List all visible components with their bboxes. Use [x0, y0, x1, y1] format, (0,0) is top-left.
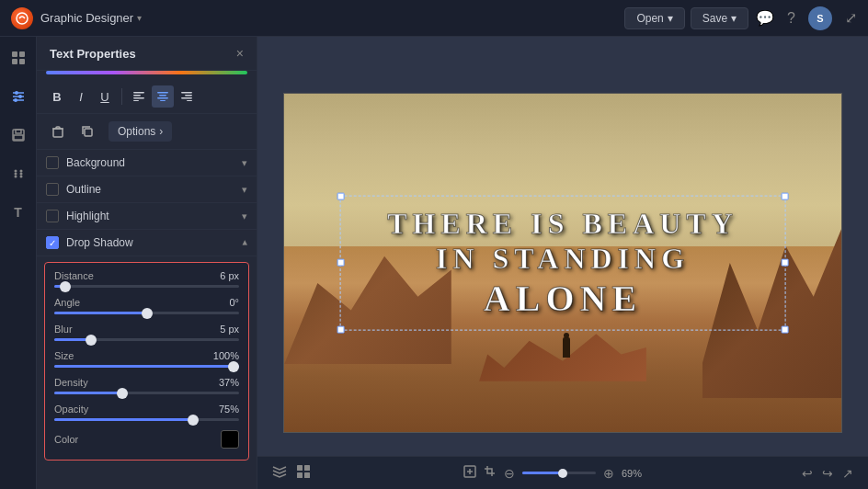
italic-button[interactable]: I: [70, 85, 92, 108]
opacity-slider-thumb[interactable]: [188, 415, 199, 426]
app-name-chevron[interactable]: ▾: [137, 13, 142, 23]
zoom-slider[interactable]: [522, 472, 596, 474]
size-value: 100%: [206, 350, 239, 361]
crop-icon[interactable]: [484, 465, 497, 481]
drop-shadow-checkbox[interactable]: ✓: [46, 236, 59, 249]
background-checkbox[interactable]: [46, 156, 59, 169]
duplicate-button[interactable]: [75, 119, 99, 143]
size-row: Size 100%: [54, 350, 239, 361]
canvas-image[interactable]: THERE IS BEAUTY IN STANDING ALONE: [283, 93, 842, 433]
highlight-checkbox[interactable]: [46, 210, 59, 222]
handle-middle-left[interactable]: [337, 259, 345, 267]
svg-rect-4: [19, 59, 25, 64]
undo-icon[interactable]: ↩: [802, 466, 813, 481]
grid-view-icon[interactable]: [296, 464, 311, 482]
align-right-button[interactable]: [176, 85, 198, 108]
zoom-slider-thumb[interactable]: [558, 469, 567, 478]
density-value: 37%: [206, 377, 239, 388]
options-chevron-icon: ›: [159, 125, 163, 138]
handle-middle-right[interactable]: [781, 259, 788, 267]
chat-icon[interactable]: 💬: [756, 9, 774, 27]
drop-shadow-label: Drop Shadow: [66, 236, 242, 249]
expand-icon[interactable]: ⤢: [845, 9, 857, 27]
svg-rect-29: [185, 95, 192, 97]
panel-title: Text Properties: [50, 47, 136, 61]
zoom-out-icon[interactable]: ⊖: [504, 466, 515, 481]
underline-button[interactable]: U: [94, 85, 116, 108]
panel-header: Text Properties ×: [37, 37, 257, 71]
distance-slider[interactable]: [54, 285, 239, 288]
svg-rect-27: [160, 100, 166, 101]
size-slider[interactable]: [54, 365, 239, 368]
color-label: Color: [54, 434, 78, 445]
svg-rect-25: [159, 95, 166, 97]
open-button[interactable]: Open ▾: [624, 7, 684, 29]
highlight-label: Highlight: [66, 210, 242, 222]
help-icon[interactable]: ?: [787, 10, 795, 27]
align-center-button[interactable]: [152, 85, 174, 108]
bottom-right-icons: ↩ ↪ ↗: [802, 466, 853, 481]
blur-slider-thumb[interactable]: [86, 335, 97, 346]
size-slider-thumb[interactable]: [228, 361, 239, 372]
options-button[interactable]: Options ›: [108, 121, 172, 142]
density-slider-fill: [54, 392, 122, 394]
drop-shadow-section-header[interactable]: ✓ Drop Shadow ▾: [37, 230, 257, 256]
opacity-slider[interactable]: [54, 418, 239, 421]
color-swatch[interactable]: [221, 430, 239, 449]
svg-rect-24: [157, 92, 168, 94]
zoom-in-icon[interactable]: ⊕: [603, 466, 614, 481]
density-slider-thumb[interactable]: [117, 388, 128, 399]
sidebar-item-save[interactable]: [5, 121, 32, 149]
svg-point-15: [19, 170, 22, 173]
handle-top-left[interactable]: [337, 193, 345, 200]
svg-rect-3: [12, 59, 17, 64]
handle-top-right[interactable]: [781, 193, 788, 200]
handle-bottom-right[interactable]: [781, 325, 788, 333]
highlight-section[interactable]: Highlight ▾: [37, 203, 257, 230]
canvas-text-line-3: ALONE: [360, 276, 767, 320]
sidebar-item-grid[interactable]: [5, 160, 32, 188]
density-label: Density: [54, 377, 88, 388]
action-toolbar: Options ›: [37, 114, 257, 150]
panel-close-button[interactable]: ×: [236, 46, 244, 61]
layers-icon[interactable]: [272, 464, 287, 482]
opacity-label: Opacity: [54, 404, 88, 415]
background-label: Background: [66, 156, 242, 169]
handle-bottom-left[interactable]: [337, 325, 345, 333]
svg-rect-21: [133, 95, 141, 97]
angle-slider[interactable]: [54, 312, 239, 314]
zoom-control: ⊖ ⊕ 69%: [463, 465, 649, 481]
angle-slider-thumb[interactable]: [142, 308, 153, 319]
blur-slider[interactable]: [54, 338, 239, 341]
fit-screen-icon[interactable]: [463, 465, 476, 481]
svg-rect-38: [304, 472, 310, 478]
svg-rect-26: [157, 97, 168, 99]
density-slider[interactable]: [54, 392, 239, 394]
background-section[interactable]: Background ▾: [37, 150, 257, 176]
svg-rect-22: [133, 97, 144, 99]
app-name: Graphic Designer: [40, 11, 133, 25]
bottom-left-icons: [272, 464, 311, 482]
align-left-button[interactable]: [128, 85, 150, 108]
save-button[interactable]: Save ▾: [691, 7, 748, 29]
save-chevron-icon: ▾: [731, 12, 737, 25]
delete-button[interactable]: [46, 119, 70, 143]
bold-button[interactable]: B: [46, 85, 68, 108]
svg-rect-12: [16, 130, 21, 133]
share-icon[interactable]: ↗: [842, 466, 853, 481]
redo-icon[interactable]: ↪: [822, 466, 833, 481]
outline-checkbox[interactable]: [46, 183, 59, 196]
outline-section[interactable]: Outline ▾: [37, 176, 257, 203]
distance-slider-thumb[interactable]: [60, 281, 71, 292]
svg-rect-35: [297, 465, 303, 471]
sidebar-item-sliders[interactable]: [5, 83, 32, 110]
user-avatar[interactable]: S: [808, 6, 832, 30]
text-selection-box[interactable]: THERE IS BEAUTY IN STANDING ALONE: [340, 196, 786, 331]
distance-row: Distance 6 px: [54, 270, 239, 281]
zoom-slider-fill: [522, 472, 563, 474]
sidebar-item-home[interactable]: [5, 44, 32, 72]
sidebar-item-text[interactable]: T: [5, 199, 32, 226]
svg-rect-2: [19, 51, 25, 57]
svg-point-10: [14, 98, 17, 102]
color-row: Color: [54, 430, 239, 449]
